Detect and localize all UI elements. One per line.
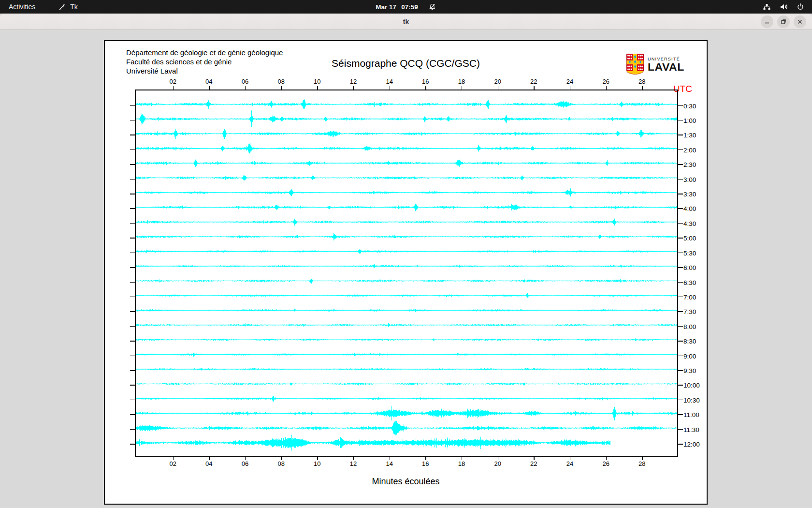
row-time-label: 9:00 [683,352,696,359]
row-tick-left [130,105,135,106]
row-tick-left [130,341,135,342]
university-laval-logo: UNIVERSITÉ LAVAL [626,53,684,75]
logo-text-small: UNIVERSITÉ [648,57,684,61]
x-tick-label-top: 06 [242,78,248,85]
row-tick-right [678,253,683,254]
row-tick-left [130,400,135,401]
plot-area: 0202040406060808101012121414161618182020… [135,90,678,457]
row-tick-right [678,297,683,298]
x-tick-label-top: 10 [314,78,320,85]
row-tick-left [130,356,135,357]
row-time-label: 5:00 [683,235,696,242]
header-line-1: Département de géologie et de génie géol… [126,48,283,57]
x-tick-bottom [245,457,246,460]
row-tick-left [130,282,135,283]
x-tick-bottom [390,457,391,460]
x-tick-label-top: 12 [350,78,357,85]
x-tick-top [425,86,426,90]
window-titlebar[interactable]: tk [0,14,812,30]
logo-text-large: LAVAL [648,61,684,74]
row-time-label: 3:00 [683,176,696,183]
activities-button[interactable]: Activities [0,0,44,14]
seismograph-figure: Département de géologie et de génie géol… [104,40,708,505]
x-tick-label-bottom: 14 [386,460,392,467]
tk-feather-icon [58,3,66,11]
row-time-label: 5:30 [683,249,696,256]
row-tick-left [130,149,135,150]
row-tick-left [130,311,135,312]
row-tick-left [130,253,135,254]
x-tick-top [209,86,210,90]
x-tick-label-bottom: 08 [277,460,284,467]
x-tick-bottom [534,457,535,460]
x-tick-top [642,86,643,90]
row-time-label: 3:30 [683,191,696,198]
volume-icon[interactable] [780,3,788,11]
activities-label: Activities [9,3,35,11]
maximize-button[interactable] [777,15,790,28]
row-tick-right [678,414,683,415]
network-icon[interactable] [763,3,771,11]
clock-time: 07:59 [401,3,418,11]
row-tick-left [130,223,135,224]
row-tick-left [130,414,135,415]
x-tick-bottom [570,457,571,460]
row-time-label: 9:30 [683,367,696,374]
row-tick-left [130,164,135,165]
row-tick-left [130,179,135,180]
row-time-label: 8:30 [683,338,696,345]
row-tick-right [678,326,683,327]
clock-button[interactable]: Mar 17 07:59 [376,0,436,14]
x-tick-bottom [173,457,174,460]
x-tick-label-bottom: 22 [530,460,537,467]
row-time-label: 7:00 [683,293,696,300]
row-tick-right [678,370,683,371]
row-time-label: 4:30 [683,220,696,227]
x-tick-label-bottom: 04 [205,460,212,467]
row-tick-right [678,429,683,430]
row-tick-right [678,444,683,445]
x-tick-label-top: 16 [422,78,429,85]
app-menu[interactable]: Tk [58,3,78,11]
row-tick-right [678,341,683,342]
x-axis-title: Minutes écoulées [105,477,707,487]
x-tick-bottom [498,457,499,460]
row-tick-right [678,282,683,283]
row-tick-left [130,429,135,430]
x-tick-label-top: 28 [638,78,645,85]
power-icon[interactable] [797,3,804,11]
x-tick-label-bottom: 12 [350,460,357,467]
close-button[interactable] [794,15,806,28]
x-tick-label-top: 22 [530,78,537,85]
row-tick-right [678,223,683,224]
x-tick-bottom [281,457,282,460]
x-tick-bottom [642,457,643,460]
x-tick-label-top: 18 [458,78,465,85]
x-tick-label-bottom: 24 [566,460,573,467]
row-tick-right [678,311,683,312]
row-time-label: 2:00 [683,146,696,153]
row-tick-left [130,238,135,239]
row-time-label: 10:30 [683,396,700,403]
row-time-label: 1:00 [683,117,696,124]
x-tick-label-top: 04 [205,78,212,85]
row-tick-left [130,326,135,327]
row-tick-left [130,194,135,194]
row-tick-right [678,208,683,209]
row-time-label: 1:30 [683,132,696,139]
gnome-top-bar: Activities Tk Mar 17 07:59 [0,0,812,14]
x-tick-top [570,86,571,90]
window-title: tk [0,14,812,30]
row-tick-right [678,238,683,239]
clock-date: Mar 17 [376,3,396,11]
x-tick-bottom [317,457,318,460]
row-tick-right [678,164,683,165]
row-time-label: 6:00 [683,264,696,271]
x-tick-bottom [425,457,426,460]
minimize-button[interactable] [761,15,773,28]
x-tick-label-top: 02 [169,78,176,85]
utc-label: UTC [673,84,707,94]
x-tick-top [534,86,535,90]
x-tick-label-top: 08 [277,78,284,85]
x-tick-label-top: 14 [386,78,392,85]
